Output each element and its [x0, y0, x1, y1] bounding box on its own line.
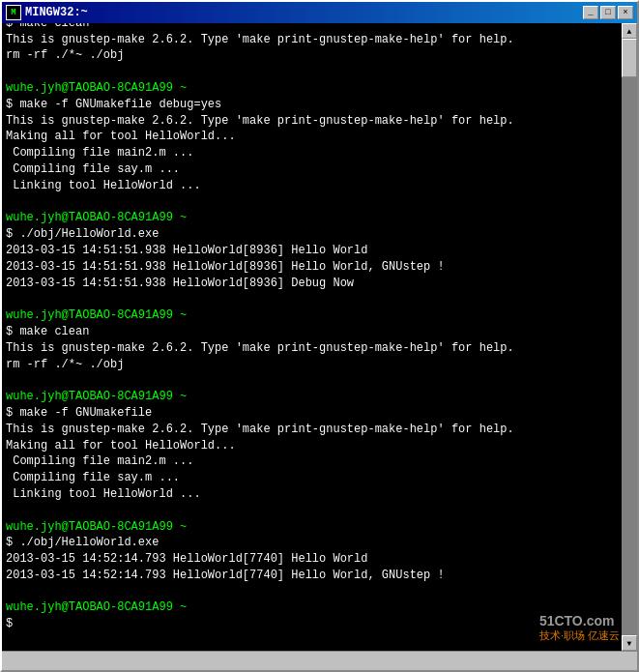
terminal-line: wuhe.jyh@TAOBAO-8CA91A99 ~ [6, 389, 618, 405]
scrollbar: ▲ ▼ [622, 23, 637, 651]
terminal-line: wuhe.jyh@TAOBAO-8CA91A99 ~ [6, 210, 618, 226]
terminal-line: wuhe.jyh@TAOBAO-8CA91A99 ~ [6, 599, 618, 616]
terminal-line: $ make -f GNUmakefile debug=yes [6, 97, 618, 113]
terminal-line [6, 291, 618, 307]
terminal-line: $ make -f GNUmakefile [6, 405, 618, 422]
terminal-line: Compiling file say.m ... [6, 470, 618, 486]
terminal-line: Compiling file say.m ... [6, 161, 618, 178]
terminal-line: rm -rf ./*~ ./obj [6, 357, 618, 373]
maximize-button[interactable]: □ [600, 6, 616, 19]
terminal-line [6, 64, 618, 80]
terminal-window: M MINGW32:~ _ □ × wuhe.jyh@TAOBAO-8CA91A… [0, 0, 639, 672]
terminal-line: $ [6, 616, 618, 632]
title-buttons: _ □ × [583, 6, 633, 19]
window-title: MINGW32:~ [25, 6, 88, 19]
title-bar: M MINGW32:~ _ □ × [2, 2, 637, 23]
terminal-line: wuhe.jyh@TAOBAO-8CA91A99 ~ [6, 519, 618, 536]
watermark-bottom: 技术·职场 亿速云 [539, 628, 620, 643]
scrollbar-thumb[interactable] [622, 39, 637, 77]
terminal-line: 2013-03-15 14:52:14.793 HelloWorld[7740]… [6, 568, 618, 584]
watermark-top: 51CTO.com [539, 613, 620, 628]
title-bar-left: M MINGW32:~ [6, 5, 88, 20]
terminal-area: wuhe.jyh@TAOBAO-8CA91A99 ~$ make cleanTh… [2, 23, 637, 651]
terminal-line: $ make clean [6, 23, 618, 32]
terminal-line: Compiling file main2.m ... [6, 453, 618, 470]
window-icon: M [6, 5, 21, 20]
terminal-line: $ ./obj/HelloWorld.exe [6, 226, 618, 243]
terminal-line [6, 372, 618, 389]
scrollbar-track [622, 39, 637, 635]
terminal-line [6, 632, 618, 649]
terminal-line: Linking tool HelloWorld ... [6, 486, 618, 503]
terminal-line: wuhe.jyh@TAOBAO-8CA91A99 ~ [6, 307, 618, 324]
terminal-line [6, 194, 618, 211]
terminal-line: This is gnustep-make 2.6.2. Type 'make p… [6, 422, 618, 438]
scroll-down-button[interactable]: ▼ [622, 635, 637, 651]
watermark: 51CTO.com 技术·职场 亿速云 [539, 613, 620, 643]
terminal-line: This is gnustep-make 2.6.2. Type 'make p… [6, 340, 618, 357]
terminal-line: $ ./obj/HelloWorld.exe [6, 535, 618, 551]
terminal-line: This is gnustep-make 2.6.2. Type 'make p… [6, 32, 618, 48]
terminal-line: rm -rf ./*~ ./obj [6, 47, 618, 64]
terminal-line: 2013-03-15 14:51:51.938 HelloWorld[8936]… [6, 259, 618, 276]
terminal-line: 2013-03-15 14:51:51.938 HelloWorld[8936]… [6, 276, 618, 292]
bottom-bar [2, 651, 637, 670]
terminal-line: This is gnustep-make 2.6.2. Type 'make p… [6, 113, 618, 130]
terminal-line [6, 584, 618, 600]
terminal-line: Compiling file main2.m ... [6, 145, 618, 161]
terminal-line: wuhe.jyh@TAOBAO-8CA91A99 ~ [6, 80, 618, 97]
terminal-line: Making all for tool HelloWorld... [6, 438, 618, 454]
terminal-line: Making all for tool HelloWorld... [6, 129, 618, 145]
terminal-line: 2013-03-15 14:52:14.793 HelloWorld[7740]… [6, 551, 618, 568]
terminal-content[interactable]: wuhe.jyh@TAOBAO-8CA91A99 ~$ make cleanTh… [2, 23, 622, 651]
terminal-line [6, 503, 618, 519]
scroll-up-button[interactable]: ▲ [622, 23, 637, 39]
terminal-line: 2013-03-15 14:51:51.938 HelloWorld[8936]… [6, 243, 618, 259]
terminal-line: Linking tool HelloWorld ... [6, 178, 618, 194]
terminal-line: $ make clean [6, 324, 618, 340]
minimize-button[interactable]: _ [583, 6, 598, 19]
close-button[interactable]: × [618, 6, 633, 19]
